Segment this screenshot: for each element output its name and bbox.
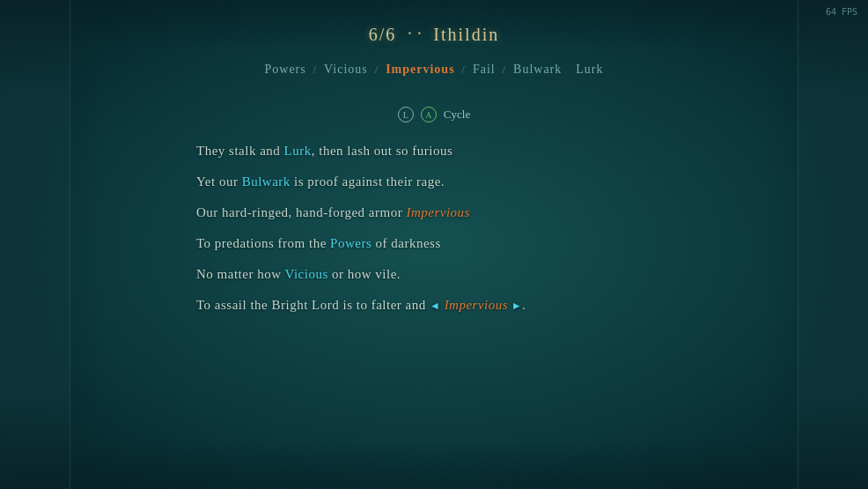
tab-lurk[interactable]: Lurk (570, 61, 608, 78)
tab-fail[interactable]: Fail (467, 61, 501, 78)
main-content: 6/6 ᛫᛫ Ithildin Powers / Vicious / Imper… (0, 0, 868, 489)
tab-impervious[interactable]: Impervious (380, 61, 460, 78)
sep-3: / (462, 63, 466, 77)
verse-6-period: . (522, 298, 526, 312)
verse-5-text-2: or how vile. (328, 267, 401, 281)
verse-line-6: To assail the Bright Lord is to falter a… (196, 296, 672, 315)
title-count: 6/6 (369, 25, 397, 45)
verse-6-text-1: To assail the Bright Lord is to falter a… (196, 298, 430, 312)
verse-5-vicious: Vicious (284, 267, 327, 281)
left-button-icon: L (398, 107, 414, 122)
rune-icon: ᛫᛫ (405, 26, 424, 44)
tab-bulwark[interactable]: Bulwark (508, 61, 567, 78)
verse-1-lurk: Lurk (284, 144, 312, 158)
verse-3-text-1: Our hard-ringed, hand-forged armor (196, 205, 406, 219)
verse-line-1: They stalk and Lurk, then lash out so fu… (196, 142, 672, 160)
verse-1-text-1: They stalk and (196, 144, 284, 158)
right-button-icon: A (421, 107, 437, 122)
verse-area: They stalk and Lurk, then lash out so fu… (179, 142, 689, 315)
sep-4: / (503, 63, 506, 77)
verse-6-arrow-left[interactable]: ◄ (430, 300, 440, 312)
verse-3-impervious: Impervious (406, 205, 470, 219)
verse-1-text-2: , then lash out so furious (312, 144, 453, 158)
verse-4-text-1: To predations from the (196, 236, 330, 250)
tab-vicious[interactable]: Vicious (319, 61, 373, 78)
title-area: 6/6 ᛫᛫ Ithildin (369, 25, 499, 45)
nav-tabs: Powers / Vicious / Impervious / Fail / B… (260, 61, 609, 78)
verse-5-text-1: No matter how (196, 267, 284, 281)
verse-line-4: To predations from the Powers of darknes… (196, 234, 672, 253)
verse-2-bulwark: Bulwark (242, 174, 291, 189)
title-name: Ithildin (433, 25, 499, 45)
verse-6-arrow-right[interactable]: ► (508, 300, 522, 312)
verse-2-text-1: Yet our (196, 174, 242, 189)
sep-1: / (313, 63, 317, 77)
verse-line-2: Yet our Bulwark is proof against their r… (196, 173, 672, 191)
cycle-area: L A Cycle (398, 107, 470, 122)
verse-4-text-2: of darkness (371, 236, 440, 250)
tab-powers[interactable]: Powers (260, 61, 312, 78)
verse-line-5: No matter how Vicious or how vile. (196, 265, 672, 284)
verse-2-text-2: is proof against their rage. (291, 174, 445, 189)
verse-6-impervious: Impervious (445, 298, 509, 312)
verse-4-powers: Powers (330, 236, 371, 250)
verse-line-3: Our hard-ringed, hand-forged armor Imper… (196, 204, 672, 222)
cycle-label: Cycle (444, 107, 470, 122)
sep-2: / (375, 63, 379, 77)
